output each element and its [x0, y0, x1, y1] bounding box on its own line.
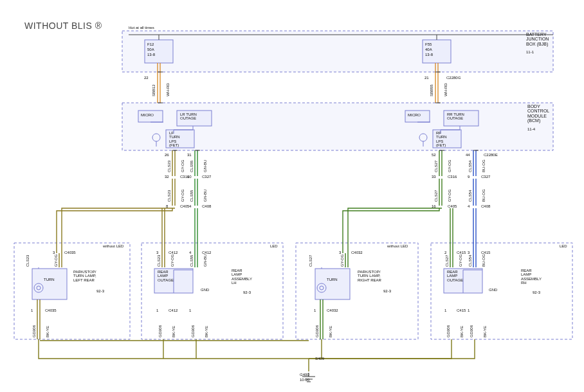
- w-cls27c: CLS27: [309, 255, 313, 267]
- bcm-micro-l: MICRO: [141, 113, 154, 117]
- pin-44: 44: [466, 153, 470, 157]
- b2-name: REAR LAMP OUTAGE: [158, 270, 174, 282]
- pin-4a: 4: [189, 204, 191, 208]
- w-buog-b: BU-OG: [482, 189, 486, 202]
- b1-turn: TURN: [44, 278, 55, 281]
- w-gyog-a: GY-OG: [181, 160, 185, 172]
- w-gyog-h: GY-OG: [459, 254, 462, 267]
- b4-name: REAR LAMP OUTAGE: [447, 270, 463, 282]
- w-cls27a: CLS27: [434, 161, 438, 172]
- w-gnbu-a: GN-BU: [203, 160, 207, 172]
- diagram-title: WITHOUT BLIS ®: [24, 21, 102, 31]
- w-cls55a: CLS55: [190, 161, 194, 172]
- b4-desc: REAR LAMP ASSEMBLY RH: [521, 269, 542, 285]
- bcm-micro-r: MICRO: [408, 113, 421, 117]
- pin-52: 52: [432, 153, 436, 157]
- grp3-label: without LED: [387, 244, 408, 248]
- conn-c316b: C316: [448, 175, 457, 179]
- fuse-f12-f: 13-8: [147, 53, 155, 57]
- hot-label: Hot at all times: [129, 26, 154, 30]
- w-cls23d: CLS23: [157, 255, 161, 267]
- wiring-diagram: [0, 0, 584, 392]
- w-buog-c: BU-OG: [482, 254, 486, 267]
- conn-c4035b: C4035: [45, 308, 57, 312]
- w-gyog-f: GY-OG: [170, 254, 174, 267]
- w-gd306f: GD306: [470, 325, 473, 337]
- pin-3b: 3: [156, 251, 158, 254]
- bcm-name: BODY CONTROL MODULE (BCM): [527, 104, 549, 123]
- conn-c327: C327: [202, 175, 211, 179]
- b1-desc: PARK/STOP/ TURN LAMP, LEFT REAR: [73, 270, 96, 282]
- w-whrd2: WH-RD: [444, 83, 448, 96]
- pin-32: 32: [165, 175, 169, 179]
- bcm-turn-l: LR TURN OUTAGE: [180, 112, 197, 121]
- w-cls54a: CLS54: [468, 161, 472, 172]
- w-gyog-b: GY-OG: [181, 190, 185, 202]
- pin-1f: 1: [468, 308, 470, 312]
- conn-c412c: C412: [169, 308, 178, 312]
- w-bkye-a: BK-YE: [46, 326, 50, 337]
- conn-c4035a: C4035: [64, 251, 76, 254]
- conn-c316a: C316: [180, 175, 189, 179]
- grp2-label: LED: [270, 244, 278, 248]
- w-gd306d: GD306: [315, 325, 319, 337]
- w-sbb55: SBB55: [430, 84, 433, 96]
- w-gd306e: GD306: [446, 325, 450, 337]
- b3-desc: PARK/STOP/ TURN LAMP, RIGHT REAR: [358, 270, 381, 282]
- w-sbb12: SBB12: [152, 84, 156, 96]
- pin-21: 21: [424, 76, 429, 80]
- pin-8: 8: [166, 204, 168, 208]
- conn-c408: C408: [202, 204, 211, 208]
- w-gyog-c: GY-OG: [448, 160, 452, 172]
- w-gnbu-c: GN-BU: [203, 254, 207, 267]
- svg-rect-16: [315, 269, 350, 299]
- pin-1a: 1: [31, 308, 33, 312]
- w-cls23c: CLS23: [26, 255, 30, 267]
- b4-gnd: GND: [489, 288, 497, 292]
- w-buog-a: BU-OG: [482, 159, 486, 172]
- svg-rect-0: [122, 31, 553, 72]
- bcm-turn-r: RR TURN OUTAGE: [447, 112, 464, 121]
- b4-ref: 92-3: [533, 290, 540, 294]
- bcm-ref: 11-4: [527, 127, 535, 131]
- pin-3d: 3: [468, 251, 470, 254]
- bcm-lamp-l: LF TURN LPS (FET): [169, 131, 180, 147]
- conn-c4032a: C4032: [351, 251, 363, 254]
- pin-31: 31: [187, 153, 192, 157]
- gnd-g400v: 10-20: [300, 378, 309, 382]
- conn-c408b: C408: [481, 204, 490, 208]
- w-gd306c: GD306: [191, 325, 195, 337]
- w-bkye-f: BK-YE: [483, 326, 487, 337]
- conn-c405b: C405: [448, 204, 457, 208]
- w-bkye-e: BK-YE: [460, 326, 464, 337]
- pin-1d: 1: [314, 308, 316, 312]
- b1-ref: 92-3: [96, 289, 104, 293]
- svg-rect-2: [14, 243, 130, 339]
- w-whrd1: WH-RD: [166, 83, 170, 96]
- pin-4b: 4: [468, 204, 470, 208]
- bcm-lamp-r: RF TURN LPS (FET): [436, 131, 447, 147]
- b3-ref: 92-3: [383, 289, 391, 293]
- svg-rect-14: [32, 269, 67, 299]
- pin-9: 9: [468, 175, 470, 179]
- w-gnbu-b: GN-BU: [203, 190, 207, 202]
- b2-desc: REAR LAMP ASSEMBLY LH: [232, 269, 252, 285]
- w-gyog-d: GY-OG: [448, 190, 452, 202]
- w-cls23b: CLS23: [167, 190, 171, 202]
- b2-ref: 92-3: [243, 290, 251, 294]
- conn-c327b: C327: [481, 175, 490, 179]
- conn-c415c: C415: [457, 308, 466, 312]
- pin-26: 26: [165, 153, 169, 157]
- w-cls27d: CLS27: [445, 255, 449, 267]
- w-cls55b: CLS55: [190, 190, 194, 202]
- w-gd306a: GD306: [32, 325, 36, 337]
- w-gyog-g: GY-OG: [340, 254, 344, 267]
- pin-1e: 1: [444, 308, 446, 312]
- w-bkye-c: BK-YE: [205, 326, 208, 337]
- fuse-f12-id: F12: [147, 42, 154, 46]
- pin-1c: 1: [189, 308, 191, 312]
- w-cls55c: CLS55: [190, 255, 194, 267]
- pin-16: 16: [432, 204, 436, 208]
- w-gyog-e: GY-OG: [54, 254, 58, 267]
- bjb-name: BATTERY JUNCTION BOX (BJB): [526, 32, 549, 46]
